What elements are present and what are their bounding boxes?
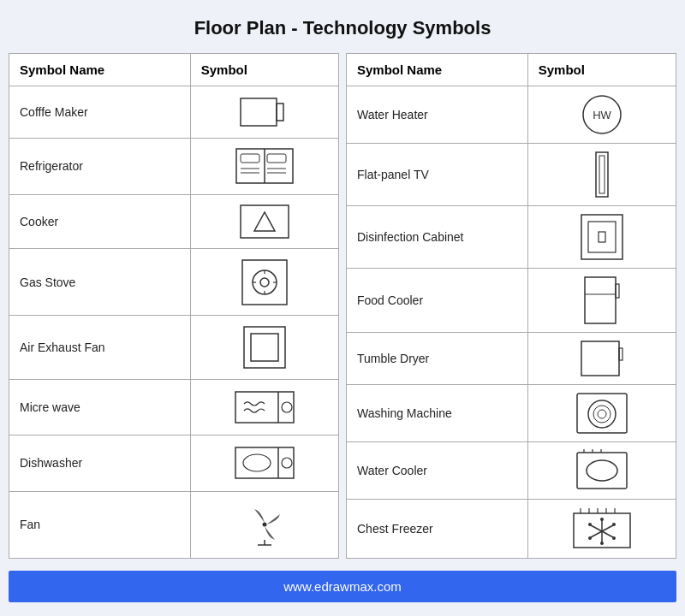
table-row: Air Exhaust Fan: [9, 316, 339, 379]
svg-rect-10: [241, 205, 289, 238]
svg-rect-43: [577, 394, 627, 433]
symbol-cell: [527, 144, 676, 206]
table-row: Dishwasher: [9, 435, 339, 492]
svg-point-48: [587, 460, 617, 481]
svg-rect-34: [599, 156, 605, 193]
left-col1-header: Symbol Name: [9, 54, 191, 86]
right-col1-header: Symbol Name: [347, 54, 528, 86]
svg-point-65: [612, 523, 616, 526]
svg-rect-0: [241, 98, 277, 126]
symbol-name: Chest Freezer: [347, 500, 528, 559]
svg-rect-1: [277, 104, 283, 121]
svg-rect-37: [599, 232, 605, 242]
left-col2-header: Symbol: [190, 54, 338, 86]
table-row: Fan: [9, 491, 339, 558]
svg-rect-12: [242, 260, 287, 305]
symbol-cell: [527, 385, 676, 442]
svg-point-44: [588, 400, 616, 428]
symbol-cell: [190, 86, 338, 139]
symbol-name: Water Heater: [347, 86, 528, 144]
table-row: Disinfection Cabinet: [347, 206, 676, 269]
svg-rect-7: [267, 154, 286, 163]
svg-point-28: [262, 523, 266, 527]
symbol-name: Air Exhaust Fan: [9, 316, 191, 379]
svg-rect-33: [596, 152, 608, 197]
symbol-name: Fan: [9, 491, 191, 558]
svg-point-62: [600, 542, 604, 545]
symbol-name: Flat-panel TV: [347, 144, 528, 206]
svg-rect-21: [235, 392, 294, 423]
footer-bar: www.edrawmax.com: [9, 571, 676, 602]
symbol-name: Gas Stove: [9, 249, 191, 316]
symbol-cell: [190, 249, 338, 316]
symbol-name: Water Cooler: [347, 442, 528, 500]
svg-rect-20: [251, 334, 278, 361]
svg-rect-47: [577, 453, 627, 489]
svg-point-26: [243, 454, 271, 471]
table-row: Micre wave: [9, 379, 339, 435]
symbol-name: Dishwasher: [9, 435, 191, 492]
svg-text:HW: HW: [593, 109, 611, 121]
symbol-cell: [190, 194, 338, 248]
svg-point-61: [600, 518, 604, 521]
symbol-cell: [527, 206, 676, 269]
svg-rect-36: [588, 222, 616, 252]
svg-point-66: [588, 536, 592, 540]
table-row: Water Heater HW: [347, 86, 676, 144]
symbol-cell: [190, 139, 338, 195]
svg-point-13: [253, 270, 277, 294]
svg-point-14: [260, 278, 269, 287]
table-row: Food Cooler: [347, 269, 676, 333]
table-row: Refrigerator: [9, 139, 339, 195]
svg-rect-38: [585, 277, 616, 323]
svg-rect-41: [581, 341, 619, 376]
svg-point-46: [598, 410, 606, 418]
svg-point-64: [612, 536, 616, 540]
right-col2-header: Symbol: [527, 54, 676, 86]
symbol-cell: [190, 435, 338, 492]
symbol-name: Micre wave: [9, 379, 191, 435]
svg-rect-24: [235, 447, 294, 478]
symbol-name: Tumble Dryer: [347, 333, 528, 385]
symbol-name: Washing Machine: [347, 385, 528, 442]
table-row: Cooker: [9, 194, 339, 248]
svg-point-63: [588, 523, 592, 526]
left-table: Symbol Name Symbol Cofffe Maker: [9, 53, 339, 559]
svg-rect-39: [616, 284, 619, 298]
symbol-name: Food Cooler: [347, 269, 528, 333]
svg-rect-4: [241, 154, 259, 163]
svg-point-23: [282, 402, 292, 412]
table-row: Cofffe Maker: [9, 86, 339, 139]
page-title: Floor Plan - Technology Symbols: [194, 17, 491, 39]
table-row: Chest Freezer: [347, 500, 676, 559]
footer-text: www.edrawmax.com: [283, 579, 402, 594]
symbol-cell: [190, 316, 338, 379]
svg-point-45: [593, 406, 611, 423]
svg-point-27: [282, 458, 292, 468]
table-row: Water Cooler: [347, 442, 676, 500]
symbol-name: Refrigerator: [9, 139, 191, 195]
table-row: Flat-panel TV: [347, 144, 676, 206]
right-table: Symbol Name Symbol Water Heater HW: [346, 53, 676, 559]
symbol-cell: [527, 333, 676, 385]
symbol-name: Cofffe Maker: [9, 86, 191, 139]
symbol-name: Cooker: [9, 194, 191, 248]
symbol-cell: [190, 379, 338, 435]
table-row: Tumble Dryer: [347, 333, 676, 385]
symbol-cell: [527, 269, 676, 333]
symbol-cell: [527, 442, 676, 500]
tables-container: Symbol Name Symbol Cofffe Maker: [9, 53, 676, 559]
symbol-cell: HW: [527, 86, 676, 144]
symbol-cell: [527, 500, 676, 559]
svg-marker-11: [254, 212, 275, 231]
table-row: Gas Stove: [9, 249, 339, 316]
svg-rect-19: [244, 327, 285, 368]
svg-rect-42: [619, 348, 622, 360]
table-row: Washing Machine: [347, 385, 676, 442]
symbol-name: Disinfection Cabinet: [347, 206, 528, 269]
symbol-cell: [190, 491, 338, 558]
